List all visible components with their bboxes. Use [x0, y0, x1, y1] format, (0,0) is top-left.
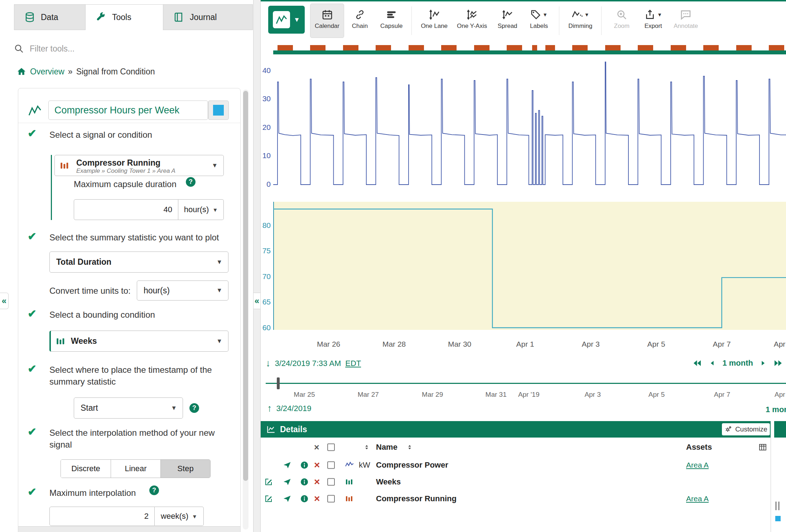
timeline-track[interactable]	[266, 383, 786, 384]
toolbar-one-lane-button[interactable]: One Lane	[416, 4, 452, 38]
select-all-checkbox[interactable]	[327, 444, 335, 451]
toolbar-capsule-button[interactable]: Capsule	[376, 4, 407, 38]
filter-tools-input[interactable]	[30, 44, 236, 54]
duration-unit-select[interactable]: hour(s) ▼	[178, 199, 224, 220]
step-forward-icon[interactable]	[760, 359, 767, 367]
display-duration[interactable]: 1 month	[722, 358, 753, 368]
collapse-sidebar-button[interactable]: «	[253, 293, 261, 309]
view-mode-dropdown[interactable]: ▼	[268, 6, 305, 34]
asset-link[interactable]: Area A	[686, 494, 709, 503]
info-icon[interactable]	[300, 478, 309, 486]
check-icon: ✔	[28, 362, 37, 375]
toolbar-dimming-button[interactable]: ▼ Dimming	[564, 4, 597, 38]
send-to-trend-icon[interactable]	[283, 494, 291, 503]
step-back-icon[interactable]	[709, 359, 716, 367]
panel-resize-grip[interactable]	[775, 502, 780, 510]
toolbar-spread-button[interactable]: Spread	[492, 4, 523, 38]
toolbar-zoom-button[interactable]: Zoom	[606, 4, 637, 38]
help-icon[interactable]: ?	[189, 403, 199, 413]
result-name-input[interactable]: Compressor Hours per Week	[48, 101, 208, 120]
step4-label: Select where to place the timestamp of t…	[49, 364, 226, 387]
interp-step-button[interactable]: Step	[160, 460, 210, 478]
home-icon[interactable]	[16, 67, 26, 77]
bounding-condition-select[interactable]: Weeks ▼	[49, 331, 228, 352]
row-checkbox[interactable]	[327, 461, 335, 469]
assets-column-header[interactable]: Assets	[686, 443, 712, 452]
timeline-label: Apr '19	[512, 391, 546, 399]
summary-statistic-select[interactable]: Total Duration ▼	[49, 252, 228, 273]
check-icon: ✔	[28, 485, 37, 498]
step-back-fast-icon[interactable]	[692, 359, 702, 367]
row-checkbox[interactable]	[327, 495, 335, 502]
help-icon[interactable]: ?	[186, 177, 196, 187]
breadcrumb-overview-link[interactable]: Overview	[30, 67, 64, 77]
table-row[interactable]: × Weeks	[261, 473, 771, 490]
remove-icon[interactable]: ×	[314, 495, 320, 502]
toolbar-annotate-button[interactable]: Annotate	[669, 4, 703, 38]
edit-icon[interactable]	[264, 478, 273, 486]
remove-all-icon[interactable]: ×	[314, 442, 319, 453]
table-row[interactable]: × kW Compressor Power Area A	[261, 457, 771, 473]
investigate-date[interactable]: 3/24/2019	[276, 404, 312, 413]
send-to-trend-icon[interactable]	[283, 478, 291, 486]
item-name[interactable]: Compressor Power	[376, 460, 448, 470]
tab-journal[interactable]: Journal	[163, 4, 253, 30]
asset-table-icon[interactable]	[758, 443, 767, 452]
help-icon[interactable]: ?	[149, 485, 159, 495]
customize-button[interactable]: Customize	[722, 423, 770, 435]
sort-icon[interactable]	[406, 443, 413, 451]
investigate-duration[interactable]: 1 month	[766, 405, 786, 414]
divider	[18, 123, 240, 123]
week-lane[interactable]	[273, 200, 786, 332]
timezone-link[interactable]: EDT	[345, 359, 361, 368]
max-capsule-duration-input[interactable]	[74, 199, 178, 220]
step-forward-fast-icon[interactable]	[773, 359, 783, 367]
sidebar-tabbar: Data Tools Journal	[0, 4, 253, 30]
row-checkbox[interactable]	[327, 478, 335, 485]
details-title: Details	[280, 425, 307, 434]
info-icon[interactable]	[300, 461, 309, 469]
chevron-down-icon: ▼	[584, 12, 589, 18]
capsule-lane	[273, 45, 786, 54]
interp-discrete-button[interactable]: Discrete	[61, 460, 111, 478]
x-axis[interactable]: Mar 26Mar 28Mar 30Apr 1Apr 3Apr 5Apr 7Ap…	[261, 340, 786, 351]
signal-select[interactable]: Compressor Running Example » Cooling Tow…	[54, 155, 224, 176]
send-to-trend-icon[interactable]	[283, 461, 291, 469]
item-name[interactable]: Compressor Running	[376, 494, 457, 503]
toolbar-calendar-button[interactable]: Calendar	[310, 4, 344, 38]
tab-label: Journal	[190, 13, 217, 22]
sidebar-scrollbar-thumb[interactable]	[243, 91, 248, 481]
sort-icon[interactable]	[363, 443, 370, 451]
signal-lane[interactable]	[273, 54, 786, 197]
selected-signal-path: Example » Cooling Tower 1 » Area A	[76, 167, 175, 175]
tab-tools[interactable]: Tools	[85, 4, 163, 30]
collapse-left-edge-button[interactable]: «	[0, 293, 9, 309]
item-name[interactable]: Weeks	[376, 477, 401, 487]
toolbar-export-button[interactable]: ▼ Export	[637, 4, 669, 38]
asset-link[interactable]: Area A	[686, 461, 709, 469]
details-chart-icon	[266, 425, 276, 434]
edit-icon[interactable]	[264, 494, 273, 503]
name-column-header[interactable]: Name	[376, 443, 397, 452]
remove-icon[interactable]: ×	[314, 478, 320, 485]
tab-data[interactable]: Data	[14, 4, 86, 30]
table-row[interactable]: × Compressor Running Area A	[261, 490, 771, 507]
max-interpolation-input[interactable]	[49, 507, 155, 526]
toolbar-labels-button[interactable]: ▼ Labels	[523, 4, 555, 38]
toolbar-chain-button[interactable]: Chain	[344, 4, 376, 38]
display-start-text[interactable]: 3/24/2019 7:33 AM	[275, 359, 341, 368]
duration-unit-value: hour(s)	[184, 205, 209, 214]
check-icon: ✔	[28, 425, 37, 438]
panel-divider[interactable]	[771, 437, 771, 532]
remove-icon[interactable]: ×	[314, 462, 320, 469]
x-axis-label: Mar 26	[312, 340, 346, 348]
color-picker[interactable]	[208, 101, 229, 120]
convert-units-select[interactable]: hour(s) ▼	[137, 280, 228, 301]
panel-gutter	[253, 0, 261, 532]
interp-linear-button[interactable]: Linear	[111, 460, 160, 478]
info-icon[interactable]	[300, 494, 309, 503]
interpolation-unit-select[interactable]: week(s) ▼	[155, 507, 204, 526]
timestamp-placement-select[interactable]: Start ▼	[74, 397, 183, 419]
toolbar-one-y-axis-button[interactable]: One Y-Axis	[452, 4, 492, 38]
timeline-handle[interactable]	[277, 377, 280, 389]
